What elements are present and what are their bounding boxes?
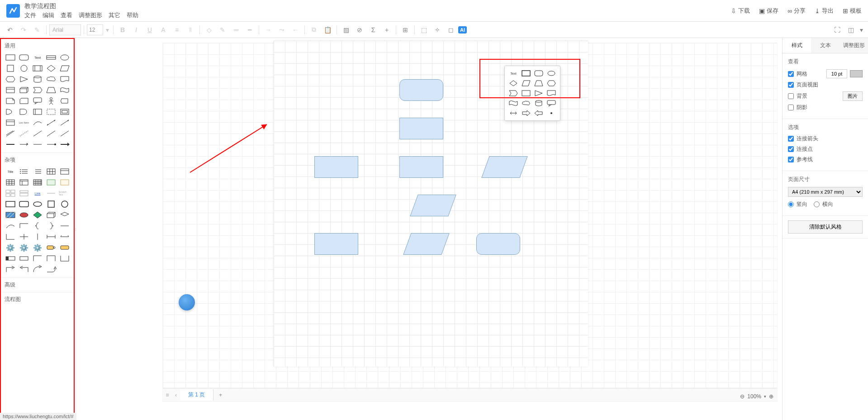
misc-lbrace[interactable]: [32, 221, 43, 230]
shape-dline[interactable]: [5, 129, 16, 138]
shape-card[interactable]: [18, 96, 30, 105]
flowchart-shape-8[interactable]: [403, 233, 449, 255]
share-button[interactable]: ∞分享: [787, 7, 806, 15]
zoom-value[interactable]: 100%: [747, 393, 761, 400]
shape-arrow[interactable]: [59, 118, 71, 127]
grid-color-swatch[interactable]: [850, 70, 863, 77]
landscape-radio[interactable]: [814, 201, 820, 207]
panel-toggle-button[interactable]: ◫: [844, 24, 857, 36]
line-color-button[interactable]: ✎: [216, 24, 229, 36]
copy-button[interactable]: ⧉: [308, 24, 320, 36]
misc-gear1[interactable]: ⚙️: [5, 243, 16, 252]
misc-form1[interactable]: [5, 189, 16, 198]
shape-rect[interactable]: [5, 53, 16, 62]
shape-hexagon[interactable]: [5, 75, 16, 84]
misc-rbrace[interactable]: [45, 221, 57, 230]
shape-roundrect[interactable]: [18, 53, 30, 62]
grid-size-input[interactable]: [826, 69, 847, 78]
misc-hr[interactable]: [45, 189, 57, 198]
shape-conn3[interactable]: [32, 140, 43, 149]
italic-button[interactable]: I: [130, 24, 142, 36]
tab-style[interactable]: 样式: [783, 38, 811, 53]
misc-lcorner[interactable]: [32, 254, 43, 263]
menu-view[interactable]: 查看: [61, 11, 72, 19]
misc-ol[interactable]: [32, 167, 43, 176]
image-button[interactable]: 图片: [843, 91, 863, 101]
misc-btn[interactable]: [18, 254, 30, 263]
more-button[interactable]: ▾: [858, 24, 864, 36]
line-style-button[interactable]: ═: [230, 24, 242, 36]
add-button[interactable]: +: [380, 24, 393, 36]
misc-window[interactable]: [18, 178, 30, 187]
misc-tee[interactable]: [18, 232, 30, 241]
misc-cal[interactable]: [32, 178, 43, 187]
misc-curve2[interactable]: [5, 221, 16, 230]
shape-conn4[interactable]: [45, 140, 57, 149]
assistant-avatar[interactable]: [179, 294, 195, 310]
misc-scroll[interactable]: Scratch Text: [59, 189, 71, 198]
menu-help[interactable]: 帮助: [127, 11, 138, 19]
canvas[interactable]: Text: [162, 43, 778, 402]
background-checkbox[interactable]: [788, 93, 794, 99]
menu-edit[interactable]: 编辑: [43, 11, 54, 19]
popup-cyl[interactable]: [534, 100, 544, 107]
export-button[interactable]: ⤓导出: [815, 7, 834, 15]
flowchart-shape-3[interactable]: [314, 156, 358, 178]
shape-conn2[interactable]: [18, 140, 30, 149]
misc-circle2[interactable]: [59, 200, 71, 209]
misc-ellipse2[interactable]: [32, 200, 43, 209]
misc-dim[interactable]: [45, 232, 57, 241]
tool3-button[interactable]: ◻: [445, 24, 457, 36]
misc-arr4[interactable]: [45, 265, 57, 274]
shape-dashline[interactable]: [18, 129, 30, 138]
shape-container[interactable]: [45, 107, 57, 116]
misc-arr1[interactable]: [5, 265, 16, 274]
fill-color-button[interactable]: ◇: [203, 24, 215, 36]
zoom-out-icon[interactable]: ⊖: [740, 393, 745, 400]
popup-cloud[interactable]: [521, 100, 531, 107]
shape-list[interactable]: [5, 118, 16, 127]
shape-iframe[interactable]: [5, 86, 16, 95]
add-page-tab[interactable]: +: [213, 390, 228, 400]
misc-iso[interactable]: [59, 210, 71, 220]
conn-arrow-checkbox[interactable]: [788, 136, 794, 142]
shape-conn1[interactable]: [5, 140, 16, 149]
misc-tag2[interactable]: [59, 243, 71, 252]
shape-circle[interactable]: [18, 64, 30, 73]
misc-form2[interactable]: [18, 189, 30, 198]
sidebar-section-misc[interactable]: 杂项: [4, 155, 71, 165]
shape-callout[interactable]: [32, 96, 43, 105]
connector-button[interactable]: ⤳: [275, 24, 288, 36]
shape-tape[interactable]: [59, 86, 71, 95]
shape-line1[interactable]: [32, 129, 43, 138]
flowchart-shape-2[interactable]: [399, 118, 443, 139]
misc-title[interactable]: Title: [5, 167, 16, 176]
misc-vline[interactable]: [32, 232, 43, 241]
zoom-dropdown-icon[interactable]: ▾: [764, 394, 766, 399]
misc-elbow[interactable]: [18, 221, 30, 230]
shape-line2[interactable]: [45, 129, 57, 138]
shape-process[interactable]: [32, 64, 43, 73]
shape-biarrow[interactable]: [45, 118, 57, 127]
menu-other[interactable]: 其它: [109, 11, 120, 19]
pagesize-select[interactable]: A4 (210 mm x 297 mm): [788, 187, 863, 197]
tabs-menu-icon[interactable]: ≡: [163, 392, 172, 398]
flowchart-shape-4[interactable]: [399, 156, 443, 178]
fullscreen-button[interactable]: ⛶: [831, 24, 844, 36]
flowchart-shape-7[interactable]: [314, 233, 358, 255]
misc-htable[interactable]: [59, 167, 71, 176]
font-select[interactable]: [49, 24, 81, 35]
misc-table[interactable]: [45, 167, 57, 176]
shape-triangle[interactable]: [18, 75, 30, 84]
arrow-start-button[interactable]: →: [262, 24, 275, 36]
clear-style-button[interactable]: 清除默认风格: [788, 220, 863, 234]
misc-hatch[interactable]: [5, 210, 16, 220]
popup-biarrow[interactable]: [508, 110, 518, 117]
menu-file[interactable]: 文件: [24, 11, 36, 19]
fontsize-input[interactable]: [87, 24, 103, 35]
portrait-radio[interactable]: [788, 201, 794, 207]
sidebar-section-flowchart[interactable]: 流程图: [4, 294, 71, 305]
format-painter-button[interactable]: ✎: [31, 24, 43, 36]
shape-curve[interactable]: [32, 118, 43, 127]
flowchart-shape-6[interactable]: [410, 195, 456, 216]
